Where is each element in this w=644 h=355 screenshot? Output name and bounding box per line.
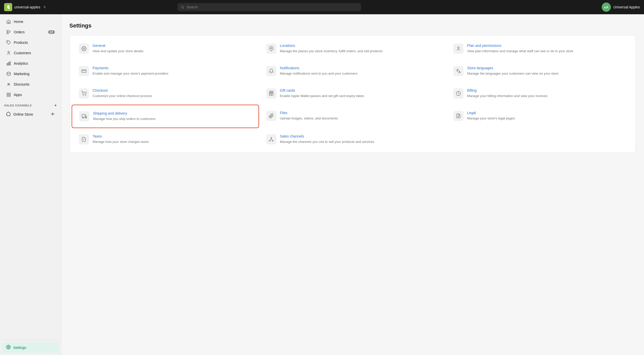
- location-icon: [266, 44, 276, 54]
- settings-item-general[interactable]: GeneralView and update your store detail…: [72, 37, 259, 60]
- search-input[interactable]: [186, 5, 358, 9]
- sidebar-item-analytics[interactable]: Analytics: [2, 58, 59, 69]
- settings-item-title-taxes: Taxes: [93, 134, 252, 138]
- svg-point-0: [181, 6, 183, 8]
- settings-item-taxes[interactable]: TaxesManage how your store charges taxes: [72, 128, 259, 151]
- sidebar-item-online-store[interactable]: Online Store 👁: [2, 109, 59, 119]
- settings-item-desc-locations: Manage the places you stock inventory, f…: [280, 49, 439, 54]
- svg-rect-6: [8, 62, 9, 65]
- settings-item-title-files: Files: [280, 111, 439, 115]
- settings-item-content-files: FilesUpload images, videos, and document…: [280, 111, 439, 121]
- settings-item-checkout[interactable]: CheckoutCustomize your online checkout p…: [72, 82, 259, 105]
- settings-card: GeneralView and update your store detail…: [69, 35, 636, 153]
- settings-item-legal[interactable]: LegalManage your store's legal pages: [446, 105, 634, 128]
- sidebar-item-settings[interactable]: Settings: [2, 342, 59, 353]
- sidebar-label-products: Products: [14, 40, 28, 45]
- main-content: Settings GeneralView and update your sto…: [61, 14, 644, 355]
- sidebar-nav: Home Orders 17 Products Customers: [0, 14, 61, 340]
- settings-item-sales-channels[interactable]: Sales channelsManage the channels you us…: [259, 128, 446, 151]
- svg-point-17: [458, 47, 459, 49]
- settings-item-billing[interactable]: BillingManage your billing information a…: [446, 82, 634, 105]
- svg-point-27: [269, 140, 270, 141]
- settings-label: Settings: [13, 346, 26, 350]
- settings-item-title-store-languages: Store languages: [467, 66, 626, 70]
- search-box[interactable]: [177, 3, 361, 11]
- settings-item-content-gift-cards: Gift cardsEnable Apple Wallet passes and…: [280, 88, 439, 99]
- home-icon: [6, 19, 11, 24]
- sidebar-label-discounts: Discounts: [14, 82, 29, 86]
- topbar: universal-apples ⇅ uA Universal Apples: [0, 0, 644, 14]
- settings-item-content-checkout: CheckoutCustomize your online checkout p…: [93, 88, 252, 99]
- user-name: Universal Apples: [613, 5, 640, 9]
- sales-channels-label: SALES CHANNELS: [4, 104, 32, 107]
- settings-item-title-shipping-delivery: Shipping and delivery: [93, 111, 251, 115]
- settings-item-desc-general: View and update your store details: [93, 49, 252, 54]
- settings-item-notifications[interactable]: NotificationsManage notifications sent t…: [259, 60, 446, 82]
- sidebar-item-home[interactable]: Home: [2, 17, 59, 27]
- gift-icon: [266, 88, 276, 99]
- discounts-icon: [6, 82, 11, 87]
- settings-item-title-general: General: [93, 44, 252, 48]
- marketing-icon: [6, 71, 11, 76]
- sidebar-label-home: Home: [14, 20, 23, 24]
- shopify-logo: [4, 3, 12, 11]
- orders-badge: 17: [48, 30, 55, 34]
- svg-point-28: [272, 140, 273, 141]
- settings-item-content-payments: PaymentsEnable and manage your store's p…: [93, 66, 252, 76]
- settings-item-content-locations: LocationsManage the places you stock inv…: [280, 44, 439, 54]
- svg-point-9: [9, 85, 10, 85]
- online-store-left: Online Store: [6, 112, 33, 117]
- settings-item-desc-payments: Enable and manage your store's payment p…: [93, 71, 252, 76]
- settings-item-locations[interactable]: LocationsManage the places you stock inv…: [259, 37, 446, 60]
- add-sales-channel-icon[interactable]: +: [54, 103, 57, 108]
- sidebar-item-discounts[interactable]: Discounts: [2, 79, 59, 89]
- settings-item-content-general: GeneralView and update your store detail…: [93, 44, 252, 54]
- svg-rect-11: [9, 93, 10, 94]
- sales-channels-section: SALES CHANNELS +: [0, 100, 61, 109]
- search-container: [177, 3, 361, 11]
- settings-item-desc-taxes: Manage how your store charges taxes: [93, 139, 252, 144]
- svg-point-3: [8, 42, 8, 42]
- online-store-eye-icon: 👁: [51, 112, 55, 117]
- settings-icon: [6, 345, 11, 350]
- settings-item-desc-legal: Manage your store's legal pages: [467, 116, 626, 121]
- taxes-icon: [79, 134, 89, 144]
- legal-icon: [453, 111, 463, 121]
- svg-rect-23: [82, 115, 85, 117]
- bell-icon: [266, 66, 276, 76]
- settings-item-desc-notifications: Manage notifications sent to you and you…: [280, 71, 439, 76]
- settings-item-title-gift-cards: Gift cards: [280, 88, 439, 92]
- settings-item-plan-permissions[interactable]: Plan and permissionsView plan informatio…: [446, 37, 634, 60]
- payments-icon: [79, 66, 89, 76]
- sidebar-label-orders: Orders: [14, 30, 25, 34]
- settings-item-title-billing: Billing: [467, 88, 626, 92]
- settings-item-payments[interactable]: PaymentsEnable and manage your store's p…: [72, 60, 259, 82]
- settings-item-content-legal: LegalManage your store's legal pages: [467, 111, 626, 121]
- sidebar-label-apps: Apps: [14, 93, 22, 97]
- svg-point-16: [271, 48, 272, 49]
- avatar: uA: [602, 3, 611, 12]
- store-name: universal-apples: [14, 5, 40, 9]
- sidebar-footer: Settings: [0, 340, 61, 355]
- svg-point-24: [83, 117, 84, 118]
- sidebar-item-apps[interactable]: Apps: [2, 90, 59, 100]
- svg-point-19: [83, 95, 84, 96]
- store-chevron-icon: ⇅: [43, 5, 46, 9]
- sidebar-item-products[interactable]: Products: [2, 37, 59, 48]
- products-icon: [6, 40, 11, 45]
- svg-point-4: [8, 51, 9, 53]
- sidebar-item-marketing[interactable]: Marketing: [2, 69, 59, 79]
- user-info: uA Universal Apples: [602, 3, 640, 12]
- settings-item-shipping-delivery[interactable]: Shipping and deliveryManage how you ship…: [72, 105, 259, 128]
- settings-item-gift-cards[interactable]: Gift cardsEnable Apple Wallet passes and…: [259, 82, 446, 105]
- page-title: Settings: [69, 22, 636, 29]
- sidebar-label-customers: Customers: [14, 51, 31, 55]
- sidebar-item-customers[interactable]: Customers: [2, 48, 59, 58]
- channels-icon: [266, 134, 276, 144]
- settings-item-content-sales-channels: Sales channelsManage the channels you us…: [280, 134, 439, 144]
- brand[interactable]: universal-apples ⇅: [4, 3, 55, 11]
- settings-item-store-languages[interactable]: Store languagesManage the languages your…: [446, 60, 634, 82]
- settings-item-files[interactable]: FilesUpload images, videos, and document…: [259, 105, 446, 128]
- customers-icon: [6, 50, 11, 56]
- sidebar-item-orders[interactable]: Orders 17: [2, 27, 59, 37]
